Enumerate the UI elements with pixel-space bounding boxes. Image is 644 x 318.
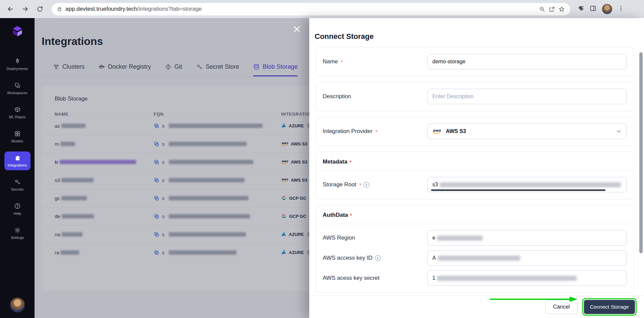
cancel-button[interactable]: Cancel xyxy=(545,300,578,314)
sidebar-item-label: ML Repos xyxy=(9,115,26,119)
aws-region-input[interactable]: e xyxy=(427,230,627,246)
required-marker: * xyxy=(359,182,361,188)
sidebar-item-label: Workspaces xyxy=(7,91,27,95)
access-key-prefix: A xyxy=(432,255,436,261)
help-icon xyxy=(14,203,21,209)
truefoundry-logo[interactable] xyxy=(10,24,25,40)
connect-storage-drawer: Connect Storage Name* Description xyxy=(309,18,644,318)
provider-select[interactable]: aws AWS S3 xyxy=(427,124,627,139)
storage-root-prefix: s3 xyxy=(432,182,438,188)
description-field-card: Description xyxy=(316,82,634,111)
svg-text:aws: aws xyxy=(433,128,441,133)
sidebar-item-workspaces[interactable]: Workspaces xyxy=(4,79,31,98)
reload-button[interactable] xyxy=(34,3,46,15)
aws-access-key-id-label: AWS access key IDi xyxy=(323,255,427,261)
sidebar-item-secrets[interactable]: Secrets xyxy=(4,176,31,194)
user-avatar[interactable] xyxy=(10,297,25,313)
side-panel-icon[interactable] xyxy=(590,5,596,13)
sidebar-item-integrations[interactable]: Integrations xyxy=(4,151,31,170)
puzzle-icon xyxy=(14,154,21,161)
drawer-scrollbar[interactable] xyxy=(639,52,643,253)
storage-root-label: Storage Root*i xyxy=(323,181,427,188)
aws-logo-icon: aws xyxy=(432,128,442,135)
description-label: Description xyxy=(323,93,427,100)
authdata-card: AuthData* AWS Region e AWS access key ID… xyxy=(316,205,634,293)
sidebar-item-settings[interactable]: Settings xyxy=(4,224,31,243)
provider-selected-value: AWS S3 xyxy=(446,128,612,134)
chevron-down-icon xyxy=(616,128,622,134)
aws-secret-key-label: AWS acess key secret xyxy=(323,275,427,281)
aws-access-key-id-input[interactable]: A xyxy=(427,250,627,266)
aws-secret-key-input[interactable]: 1 xyxy=(427,270,627,286)
name-label: Name* xyxy=(323,58,427,65)
info-icon[interactable]: i xyxy=(375,255,381,261)
required-marker: * xyxy=(341,59,343,65)
key-icon xyxy=(14,179,21,185)
provider-field-card: Integration Provider* aws AWS S3 xyxy=(316,117,634,146)
zoom-icon[interactable] xyxy=(539,6,545,12)
rocket-icon xyxy=(14,58,21,65)
bookmark-star-icon[interactable] xyxy=(558,6,565,12)
drawer-footer: Cancel Connect Storage xyxy=(309,296,644,318)
required-marker: * xyxy=(375,129,377,134)
forward-button[interactable] xyxy=(19,3,31,15)
gear-icon xyxy=(14,227,21,234)
address-bar[interactable]: app.devtest.truefoundry.tech/integration… xyxy=(52,3,570,15)
site-lock-icon xyxy=(57,7,62,12)
sidebar-item-deployments[interactable]: Deployments xyxy=(4,55,31,74)
aws-region-label: AWS Region xyxy=(323,235,427,241)
grid-icon xyxy=(14,130,21,137)
metadata-card: Metadata* Storage Root*i s3 xyxy=(316,151,634,199)
screen: app.devtest.truefoundry.tech/integration… xyxy=(0,0,644,318)
input-horizontal-scrollbar[interactable] xyxy=(431,189,605,191)
provider-label: Integration Provider* xyxy=(323,128,427,135)
redacted-secret xyxy=(437,276,577,281)
required-marker: * xyxy=(350,212,352,218)
storage-root-input[interactable]: s3 xyxy=(427,177,627,192)
sidebar-item-ml-repos[interactable]: ML Repos xyxy=(4,103,31,122)
required-marker: * xyxy=(350,159,352,165)
sidebar-item-label: Settings xyxy=(11,236,24,240)
redacted-access-key xyxy=(438,256,520,261)
browser-chrome: app.devtest.truefoundry.tech/integration… xyxy=(0,0,644,18)
sidebar: Deployments Workspaces ML Repos Models xyxy=(0,18,35,318)
highlight-box: Connect Storage xyxy=(582,298,637,316)
menu-kebab-icon[interactable] xyxy=(618,5,624,13)
secret-prefix: 1 xyxy=(432,275,435,281)
extensions-icon[interactable] xyxy=(578,5,584,13)
region-prefix: e xyxy=(432,235,435,241)
redacted-storage-root xyxy=(440,182,621,187)
back-button[interactable] xyxy=(5,3,16,15)
sidebar-item-label: Help xyxy=(13,211,21,215)
modal-dim-overlay[interactable] xyxy=(35,18,309,318)
profile-avatar[interactable] xyxy=(602,4,612,14)
workspaces-icon xyxy=(14,82,21,89)
sidebar-item-models[interactable]: Models xyxy=(4,127,31,146)
url-text[interactable]: app.devtest.truefoundry.tech/integration… xyxy=(65,6,536,12)
repo-box-icon xyxy=(14,106,21,113)
sidebar-item-label: Models xyxy=(11,139,23,143)
description-input[interactable] xyxy=(427,89,627,104)
authdata-section-title: AuthData* xyxy=(323,212,627,218)
metadata-section-title: Metadata* xyxy=(323,158,627,165)
drawer-title: Connect Storage xyxy=(309,24,644,41)
divider xyxy=(316,224,634,224)
redacted-region xyxy=(437,236,483,241)
sidebar-item-label: Integrations xyxy=(8,163,27,167)
name-input[interactable] xyxy=(427,54,627,69)
close-icon[interactable] xyxy=(292,25,301,34)
sidebar-item-label: Deployments xyxy=(6,67,28,71)
name-field-card: Name* xyxy=(316,47,634,76)
drawer-form: Name* Description Integration Provider* xyxy=(316,47,634,295)
connect-storage-button[interactable]: Connect Storage xyxy=(584,300,635,314)
info-icon[interactable]: i xyxy=(364,182,369,188)
browser-toolbar-right xyxy=(578,4,624,14)
sidebar-item-label: Secrets xyxy=(11,187,23,191)
app-frame: Deployments Workspaces ML Repos Models xyxy=(0,18,644,318)
share-icon[interactable] xyxy=(549,6,555,12)
divider xyxy=(316,171,634,171)
sidebar-item-help[interactable]: Help xyxy=(4,200,31,218)
